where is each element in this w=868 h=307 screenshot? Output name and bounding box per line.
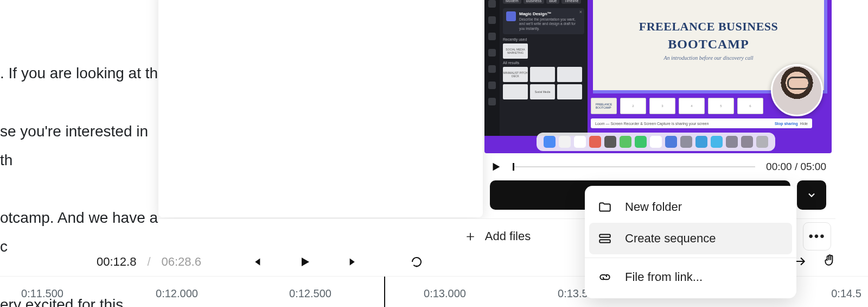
play-pause-button[interactable] — [298, 255, 312, 269]
playhead[interactable] — [384, 277, 385, 307]
current-time: 00:12.8 — [97, 255, 136, 269]
magic-design-card: Magic Design™ Describe the presentation … — [503, 8, 584, 34]
player-controls: 00:00 / 05:00 — [484, 153, 832, 180]
hand-tool-icon[interactable] — [822, 253, 837, 267]
plus-icon: ＋ — [463, 227, 477, 246]
link-icon — [598, 270, 612, 284]
editor-panel[interactable] — [158, 0, 483, 217]
canva-panel: Modern Business Blue Timeline Magic Desi… — [500, 0, 588, 136]
svg-rect-1 — [599, 240, 610, 242]
svg-point-2 — [416, 265, 417, 267]
menu-item-new-folder[interactable]: New folder — [585, 191, 796, 223]
ruler-mark: 0:12.000 — [156, 287, 198, 300]
slide-strip: FREELANCEBOOTCAMP 2 3 4 5 6 — [591, 98, 763, 114]
scrubber-head[interactable] — [513, 163, 514, 171]
play-button[interactable] — [490, 161, 502, 173]
menu-item-file-from-link[interactable]: File from link... — [585, 261, 796, 293]
svg-rect-0 — [599, 234, 610, 237]
folder-icon — [598, 200, 612, 214]
total-duration: 06:28.6 — [162, 255, 201, 269]
time-separator: / — [147, 255, 150, 269]
webcam-bubble — [771, 64, 823, 116]
add-menu-dropdown: New folderCreate sequenceFile from link.… — [585, 186, 796, 298]
sequence-icon — [598, 231, 612, 246]
more-options-button[interactable]: ••• — [803, 222, 831, 250]
canva-sidebar — [484, 0, 500, 136]
skip-forward-button[interactable] — [347, 255, 361, 269]
macos-dock — [537, 133, 775, 151]
loop-button[interactable] — [410, 255, 424, 269]
preview-area: Modern Business Blue Timeline Magic Desi… — [484, 0, 832, 210]
ruler-mark: 0:11.500 — [21, 287, 63, 300]
menu-item-label: New folder — [625, 200, 682, 214]
screen-share-bar: Loom — Screen Recorder & Screen Capture … — [591, 118, 812, 128]
transcript-line: otcamp. And we have a c — [0, 209, 158, 255]
preview-time: 00:00 / 05:00 — [766, 161, 826, 173]
transcript-line: se you're interested in th — [0, 123, 148, 168]
menu-item-label: Create sequence — [625, 231, 716, 246]
video-preview[interactable]: Modern Business Blue Timeline Magic Desi… — [484, 0, 832, 153]
skip-back-button[interactable] — [249, 255, 263, 269]
transcript-line: . If you are looking at thi — [0, 65, 161, 82]
ruler-mark: 0:14.5 — [831, 287, 861, 300]
ruler-mark: 0:12.500 — [289, 287, 331, 300]
add-files-label: Add files — [485, 229, 531, 243]
preview-scrubber[interactable] — [513, 166, 755, 167]
menu-item-create-sequence[interactable]: Create sequence — [589, 223, 792, 254]
menu-item-label: File from link... — [625, 270, 703, 284]
action-dropdown-button[interactable] — [797, 180, 826, 210]
ruler-mark: 0:13.000 — [424, 287, 466, 300]
